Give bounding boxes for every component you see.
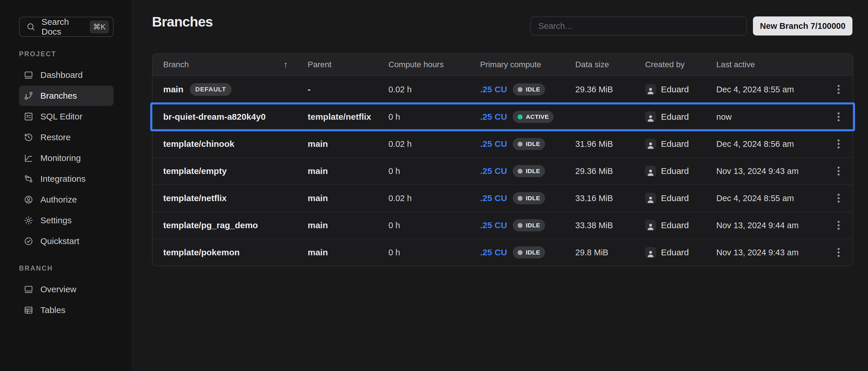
compute-units-value[interactable]: .25 CU <box>480 112 507 122</box>
compute-hours-cell: 0.02 h <box>389 193 480 203</box>
sidebar-item-label: Quickstart <box>40 236 79 246</box>
column-header-last-active[interactable]: Last active <box>716 60 825 69</box>
table-row[interactable]: template/netflix main 0.02 h .25 CU IDLE… <box>153 184 853 212</box>
sidebar-item-label: Overview <box>40 284 76 294</box>
status-dot-icon <box>518 250 523 255</box>
data-size-cell: 29.36 MiB <box>575 166 645 176</box>
status-dot-icon <box>518 142 523 147</box>
table-row[interactable]: template/empty main 0 h .25 CU IDLE 29.3… <box>153 157 853 184</box>
branch-search-input[interactable] <box>530 17 747 35</box>
branch-name: main <box>163 85 183 94</box>
search-docs-button[interactable]: Search Docs ⌘K <box>19 17 114 37</box>
row-menu-button[interactable] <box>825 219 853 231</box>
status-dot-icon <box>518 87 523 92</box>
status-badge: ACTIVE <box>513 111 554 123</box>
status-label: IDLE <box>526 86 540 93</box>
row-menu-button[interactable] <box>825 192 853 205</box>
kebab-menu-icon <box>832 137 845 150</box>
avatar <box>645 111 656 122</box>
sidebar-item-branches[interactable]: Branches <box>19 86 114 106</box>
created-by-cell: Eduard <box>645 220 716 231</box>
table-row[interactable]: main DEFAULT - 0.02 h .25 CU IDLE 29.36 … <box>153 76 853 103</box>
last-active-cell: Nov 13, 2024 9:43 am <box>716 248 825 257</box>
new-branch-button[interactable]: New Branch 7/100000 <box>753 17 852 35</box>
primary-compute-cell: .25 CU IDLE <box>480 219 575 231</box>
column-header-created-by[interactable]: Created by <box>645 60 716 69</box>
avatar <box>645 84 656 95</box>
table-header-row: Branch Parent Compute hours Primary comp… <box>153 54 853 76</box>
sort-ascending-icon[interactable]: ↑ <box>283 60 288 69</box>
overview-icon <box>24 284 33 294</box>
table-row[interactable]: br-quiet-dream-a820k4y0 template/netflix… <box>153 103 853 130</box>
parent-cell: main <box>308 166 389 176</box>
sidebar-item-overview[interactable]: Overview <box>19 279 114 300</box>
compute-hours-cell: 0 h <box>389 248 480 257</box>
primary-compute-cell: .25 CU IDLE <box>480 165 575 177</box>
status-label: IDLE <box>526 249 540 256</box>
table-row[interactable]: template/chinook main 0.02 h .25 CU IDLE… <box>153 130 853 157</box>
sidebar-item-monitoring[interactable]: Monitoring <box>19 148 114 168</box>
user-circle-icon <box>24 195 33 205</box>
sidebar-item-integrations[interactable]: Integrations <box>19 169 114 189</box>
sidebar-item-label: Tables <box>40 305 65 315</box>
table-row[interactable]: template/pokemon main 0 h .25 CU IDLE 29… <box>153 239 853 266</box>
branch-cell: template/empty <box>153 166 308 176</box>
row-menu-button[interactable] <box>825 246 853 259</box>
primary-compute-cell: .25 CU IDLE <box>480 83 575 95</box>
compute-units-value[interactable]: .25 CU <box>480 85 507 94</box>
status-dot-icon <box>518 223 523 228</box>
data-size-cell: 33.16 MiB <box>575 193 645 203</box>
row-menu-button[interactable] <box>825 83 853 96</box>
sidebar-item-label: Authorize <box>40 195 77 205</box>
column-header-compute-hours[interactable]: Compute hours <box>389 60 480 69</box>
sidebar-item-label: Restore <box>40 132 71 142</box>
default-badge: DEFAULT <box>190 83 231 96</box>
sidebar-item-dashboard[interactable]: Dashboard <box>19 65 114 85</box>
data-size-cell: 33.38 MiB <box>575 221 645 230</box>
branches-table: Branch Parent Compute hours Primary comp… <box>152 53 853 266</box>
compute-units-value[interactable]: .25 CU <box>480 220 507 230</box>
sidebar-item-sql-editor[interactable]: SQL Editor <box>19 106 114 127</box>
primary-compute-cell: .25 CU IDLE <box>480 246 575 258</box>
column-header-primary-compute[interactable]: Primary compute <box>480 60 575 69</box>
branch-name: template/chinook <box>163 139 235 149</box>
compute-units-value[interactable]: .25 CU <box>480 166 507 176</box>
sidebar-item-quickstart[interactable]: Quickstart <box>19 231 114 251</box>
sidebar-item-label: Branches <box>40 91 77 101</box>
data-size-cell: 29.8 MiB <box>575 248 645 257</box>
column-header-data-size[interactable]: Data size <box>575 60 645 69</box>
compute-units-value[interactable]: .25 CU <box>480 248 507 257</box>
status-label: IDLE <box>526 141 540 147</box>
primary-compute-cell: .25 CU IDLE <box>480 138 575 150</box>
sidebar-item-settings[interactable]: Settings <box>19 210 114 230</box>
dashboard-icon <box>24 70 33 80</box>
branch-name: br-quiet-dream-a820k4y0 <box>163 112 266 122</box>
kebab-menu-icon <box>832 83 845 96</box>
status-badge: IDLE <box>513 192 545 204</box>
row-menu-button[interactable] <box>825 111 853 123</box>
branch-name: template/pokemon <box>163 248 240 257</box>
row-menu-button[interactable] <box>825 137 853 150</box>
parent-cell: main <box>308 248 389 257</box>
branch-cell: template/pg_rag_demo <box>153 220 308 230</box>
integrations-icon <box>24 174 33 184</box>
branch-name: template/empty <box>163 166 227 176</box>
git-branch-icon <box>24 91 33 101</box>
compute-units-value[interactable]: .25 CU <box>480 139 507 149</box>
branch-cell: template/netflix <box>153 193 308 203</box>
status-badge: IDLE <box>513 246 545 258</box>
column-header-parent[interactable]: Parent <box>308 60 389 69</box>
page-title: Branches <box>152 14 213 30</box>
sidebar-item-restore[interactable]: Restore <box>19 127 114 147</box>
compute-hours-cell: 0 h <box>389 166 480 176</box>
creator-name: Eduard <box>661 220 689 230</box>
sidebar-item-tables[interactable]: Tables <box>19 300 114 320</box>
row-menu-button[interactable] <box>825 165 853 178</box>
compute-units-value[interactable]: .25 CU <box>480 193 507 203</box>
creator-name: Eduard <box>661 112 689 122</box>
data-size-cell: 29.36 MiB <box>575 85 645 94</box>
sidebar-item-authorize[interactable]: Authorize <box>19 189 114 210</box>
branch-cell: template/pokemon <box>153 248 308 257</box>
table-row[interactable]: template/pg_rag_demo main 0 h .25 CU IDL… <box>153 212 853 239</box>
avatar <box>645 138 656 149</box>
